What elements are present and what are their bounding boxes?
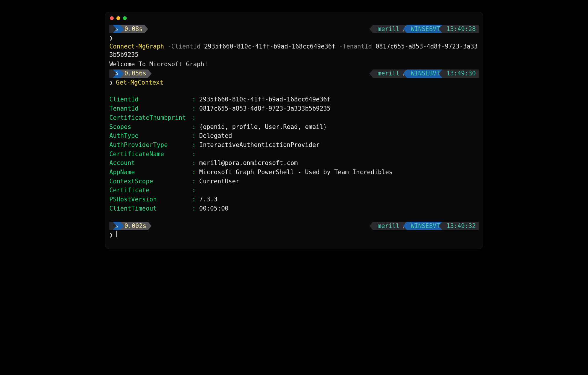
segment-divider-icon <box>369 222 373 230</box>
segment-divider-icon <box>403 69 407 78</box>
prompt-caret-icon: ❯ <box>109 231 113 239</box>
kv-row: ClientTimeout:00:05:00 <box>109 204 479 213</box>
apple-icon <box>109 222 113 230</box>
segment-divider-icon <box>439 69 442 78</box>
kv-row: Scopes:{openid, profile, User.Read, emai… <box>109 122 479 132</box>
host-segment: WINSEBVT <box>407 222 443 230</box>
prompt-segment-row: ⌂ 0.056s merill / WINSEBVT 13:49:30 <box>109 69 479 78</box>
kv-row: PSHostVersion:7.3.3 <box>109 195 479 204</box>
maximize-button[interactable] <box>123 16 127 20</box>
kv-row: ClientId:2935f660-810c-41ff-b9ad-168cc64… <box>109 95 479 104</box>
prompt-caret-icon: ❯ <box>109 34 113 42</box>
cursor-icon <box>116 231 117 237</box>
segment-divider-icon <box>120 25 124 33</box>
segment-divider-icon <box>144 25 148 33</box>
duration-segment: 0.002s <box>120 222 148 230</box>
segment-divider-icon <box>403 25 407 33</box>
kv-row: TenantId:0817c655-a853-4d8f-9723-3a333b5… <box>109 104 479 113</box>
command-input-line[interactable]: ❯ <box>109 230 479 240</box>
segment-divider-icon <box>120 69 124 78</box>
duration-segment: 0.056s <box>120 69 148 78</box>
close-button[interactable] <box>110 16 114 20</box>
clock-segment: 13:49:28 <box>442 25 479 33</box>
kv-row: Certificate: <box>109 186 479 195</box>
prompt-segment-row: ⌂ 0.08s merill / WINSEBVT 13:49:28 <box>109 25 479 33</box>
segment-divider-icon <box>113 69 116 78</box>
segment-divider-icon <box>113 25 116 33</box>
segment-divider-icon <box>403 222 407 230</box>
user-segment: merill <box>373 69 402 78</box>
command-text: Connect-MgGraph -ClientId 2935f660-810c-… <box>109 42 479 59</box>
user-segment: merill <box>373 25 402 33</box>
segment-divider-icon <box>113 222 116 230</box>
command-text: Get-MgContext <box>116 78 163 87</box>
apple-icon <box>109 25 113 33</box>
kv-row: AppName:Microsoft Graph PowerShell - Use… <box>109 168 479 177</box>
context-output: ClientId:2935f660-810c-41ff-b9ad-168cc64… <box>109 95 479 213</box>
user-segment: merill <box>373 222 402 230</box>
kv-row: Account:merill@pora.onmicrosoft.com <box>109 159 479 168</box>
command-line[interactable]: ❯ Get-MgContext <box>109 78 479 88</box>
kv-row: CertificateThumbprint: <box>109 113 479 122</box>
host-segment: WINSEBVT <box>407 69 443 78</box>
segment-divider-icon <box>148 69 152 78</box>
command-line[interactable]: ❯ Connect-MgGraph -ClientId 2935f660-810… <box>109 33 479 60</box>
kv-row: AuthProviderType:InteractiveAuthenticati… <box>109 140 479 150</box>
segment-divider-icon <box>369 25 373 33</box>
segment-divider-icon <box>439 222 442 230</box>
output-line: Welcome To Microsoft Graph! <box>109 60 479 69</box>
host-segment: WINSEBVT <box>407 25 443 33</box>
terminal-body[interactable]: ⌂ 0.08s merill / WINSEBVT 13:49:28 ❯ Con… <box>105 23 483 249</box>
segment-divider-icon <box>369 69 373 78</box>
segment-divider-icon <box>439 25 442 33</box>
window-titlebar <box>105 12 483 23</box>
clock-segment: 13:49:30 <box>442 69 479 78</box>
apple-icon <box>109 69 113 78</box>
prompt-caret-icon: ❯ <box>109 78 113 87</box>
terminal-window: ⌂ 0.08s merill / WINSEBVT 13:49:28 ❯ Con… <box>105 12 483 249</box>
segment-divider-icon <box>120 222 124 230</box>
kv-row: ContextScope:CurrentUser <box>109 177 479 186</box>
segment-divider-icon <box>148 222 152 230</box>
prompt-segment-row: ⌂ 0.002s merill / WINSEBVT 13:49:32 <box>109 222 479 230</box>
clock-segment: 13:49:32 <box>442 222 479 230</box>
duration-segment: 0.08s <box>120 25 144 33</box>
minimize-button[interactable] <box>116 16 120 20</box>
kv-row: AuthType:Delegated <box>109 131 479 140</box>
kv-row: CertificateName: <box>109 150 479 159</box>
